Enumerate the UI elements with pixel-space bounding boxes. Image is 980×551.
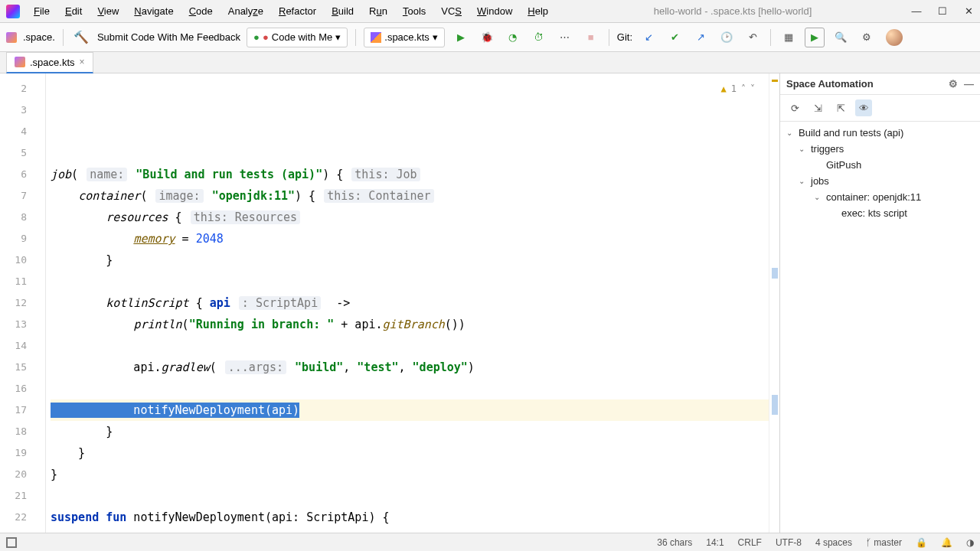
line-number[interactable]: 9 xyxy=(0,228,27,249)
code-line[interactable] xyxy=(51,271,769,292)
menu-navigate[interactable]: Navigate xyxy=(128,2,179,20)
line-number[interactable]: 14 xyxy=(0,335,27,357)
maximize-button[interactable]: ☐ xyxy=(937,5,948,17)
line-number[interactable]: 5 xyxy=(0,142,27,164)
panel-minimize-icon[interactable]: — xyxy=(964,78,974,90)
line-number[interactable]: 18 xyxy=(0,421,27,442)
code-line[interactable]: println("Running in branch: " + api.gitB… xyxy=(51,314,769,335)
git-commit-button[interactable]: ✔ xyxy=(665,28,684,47)
menu-run[interactable]: Run xyxy=(363,2,394,20)
code-editor[interactable]: 2345678910111213141516171819202122 ▲ 1 ˄… xyxy=(0,73,779,533)
code-line[interactable]: job( name: "Build and run tests (api)") … xyxy=(51,164,769,185)
line-number[interactable]: 17 xyxy=(0,399,27,421)
git-update-button[interactable]: ↙ xyxy=(639,28,658,47)
stop-button[interactable]: ■ xyxy=(581,28,601,47)
search-button[interactable]: 🔍 xyxy=(831,28,851,47)
line-number[interactable]: 4 xyxy=(0,121,27,142)
menu-code[interactable]: Code xyxy=(183,2,219,20)
code-line[interactable]: val recipient = MessageRecipient.Channel… xyxy=(51,528,769,533)
code-line[interactable]: memory = 2048 xyxy=(51,228,769,249)
menu-build[interactable]: Build xyxy=(325,2,360,20)
git-branch[interactable]: ᚶ master xyxy=(866,537,902,548)
line-separator[interactable]: CRLF xyxy=(738,537,762,548)
tree-trigger-item[interactable]: GitPush xyxy=(783,157,977,173)
readonly-lock-icon[interactable]: 🔒 xyxy=(916,537,927,548)
close-tab-icon[interactable]: × xyxy=(80,57,85,67)
warning-marker[interactable] xyxy=(772,80,778,82)
debug-button[interactable]: 🐞 xyxy=(477,28,497,47)
menu-vcs[interactable]: VCS xyxy=(435,2,468,20)
code-line[interactable]: notifyNewDeployment(api) xyxy=(51,399,769,421)
code-line[interactable]: kotlinScript { api : ScriptApi -> xyxy=(51,292,769,314)
menu-tools[interactable]: Tools xyxy=(397,2,432,20)
code-line[interactable]: api.gradlew( ...args: "build", "test", "… xyxy=(51,357,769,378)
menu-window[interactable]: Window xyxy=(471,2,518,20)
memory-indicator-icon[interactable]: ◑ xyxy=(966,537,974,548)
git-rollback-button[interactable]: ↶ xyxy=(743,28,763,47)
line-number[interactable]: 16 xyxy=(0,378,27,399)
line-number[interactable]: 22 xyxy=(0,507,27,528)
line-number[interactable]: 8 xyxy=(0,207,27,228)
change-marker[interactable] xyxy=(772,395,778,415)
run-button[interactable]: ▶ xyxy=(451,28,471,47)
line-number[interactable]: 3 xyxy=(0,99,27,121)
menu-help[interactable]: Help xyxy=(521,2,554,20)
line-number[interactable]: 15 xyxy=(0,357,27,378)
line-number[interactable]: 13 xyxy=(0,314,27,335)
code-line[interactable] xyxy=(51,335,769,357)
close-window-button[interactable]: ✕ xyxy=(963,5,974,17)
settings-button[interactable]: ⚙ xyxy=(857,28,877,47)
automation-tree[interactable]: ⌄Build and run tests (api) ⌄triggers Git… xyxy=(780,122,980,224)
git-history-button[interactable]: 🕑 xyxy=(717,28,737,47)
menu-refactor[interactable]: Refactor xyxy=(273,2,322,20)
prev-highlight-icon[interactable]: ˄ xyxy=(741,78,746,99)
attach-button[interactable]: ⋯ xyxy=(555,28,575,47)
line-number[interactable]: 19 xyxy=(0,442,27,464)
coverage-button[interactable]: ◔ xyxy=(503,28,523,47)
code-line[interactable]: } xyxy=(51,442,769,464)
tree-jobs[interactable]: ⌄jobs xyxy=(783,173,977,189)
line-number[interactable]: 21 xyxy=(0,485,27,507)
code-line[interactable] xyxy=(51,485,769,507)
menu-view[interactable]: View xyxy=(91,2,125,20)
build-project-button[interactable]: 🔨 xyxy=(71,28,91,47)
profile-button[interactable]: ⏱ xyxy=(529,28,549,47)
code-line[interactable]: } xyxy=(51,421,769,442)
breadcrumb-text[interactable]: .space. xyxy=(23,31,55,43)
code-line[interactable]: } xyxy=(51,464,769,485)
execute-button[interactable]: ▶ xyxy=(805,28,825,47)
notifications-icon[interactable]: 🔔 xyxy=(941,537,952,548)
file-encoding[interactable]: UTF-8 xyxy=(776,537,802,548)
menu-edit[interactable]: Edit xyxy=(59,2,88,20)
feedback-link[interactable]: Submit Code With Me Feedback xyxy=(97,31,240,43)
indent-config[interactable]: 4 spaces xyxy=(815,537,852,548)
tree-triggers[interactable]: ⌄triggers xyxy=(783,141,977,157)
git-push-button[interactable]: ↗ xyxy=(691,28,710,47)
line-number[interactable]: 10 xyxy=(0,249,27,271)
next-highlight-icon[interactable]: ˅ xyxy=(750,78,755,99)
tool1-button[interactable]: ▦ xyxy=(779,28,799,47)
code-line[interactable]: resources { this: Resources xyxy=(51,207,769,228)
refresh-icon[interactable]: ⟳ xyxy=(786,99,803,116)
tool-window-quick-access-icon[interactable] xyxy=(6,537,17,548)
collapse-all-icon[interactable]: ⇱ xyxy=(832,99,849,116)
line-number[interactable]: 6 xyxy=(0,164,27,185)
code-line[interactable] xyxy=(51,142,769,164)
code-with-me-dropdown[interactable]: ●● Code with Me ▾ xyxy=(247,28,348,47)
change-marker[interactable] xyxy=(772,268,778,279)
minimize-button[interactable]: — xyxy=(911,5,922,17)
code-line[interactable] xyxy=(51,378,769,399)
code-line[interactable]: suspend fun notifyNewDeployment(api: Scr… xyxy=(51,507,769,528)
file-tab[interactable]: .space.kts × xyxy=(6,52,93,73)
expand-all-icon[interactable]: ⇲ xyxy=(809,99,826,116)
tree-container[interactable]: ⌄container: openjdk:11 xyxy=(783,189,977,205)
user-avatar[interactable] xyxy=(886,29,903,46)
line-number[interactable]: 11 xyxy=(0,271,27,292)
inspection-widget[interactable]: ▲ 1 ˄ ˅ xyxy=(721,78,755,99)
caret-position[interactable]: 14:1 xyxy=(706,537,724,548)
menu-analyze[interactable]: Analyze xyxy=(222,2,270,20)
error-stripe[interactable] xyxy=(769,73,779,533)
tree-root[interactable]: ⌄Build and run tests (api) xyxy=(783,125,977,141)
run-config-dropdown[interactable]: .space.kts ▾ xyxy=(364,28,445,47)
menu-file[interactable]: File xyxy=(28,2,56,20)
